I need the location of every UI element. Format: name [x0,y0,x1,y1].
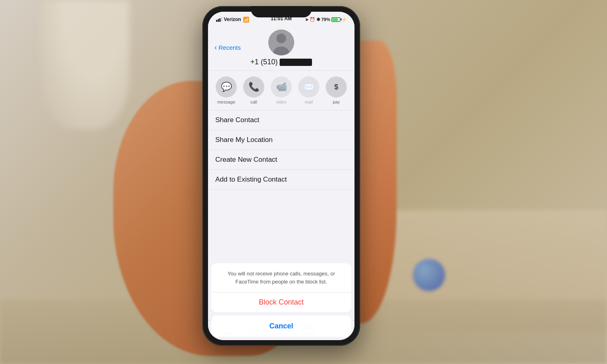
create-contact-label: Create New Contact [215,156,277,163]
avatar-svg [268,30,294,55]
back-chevron-icon: ‹ [214,43,217,52]
alert-overlay: You will not receive phone calls, messag… [208,263,354,340]
block-contact-label: Block Contact [259,298,304,306]
video-label: video [276,99,287,104]
message-icon: 💬 [216,76,237,97]
back-label: Recents [219,44,241,51]
pay-label: pay [333,99,340,104]
avatar [268,30,294,55]
svg-point-1 [276,34,286,43]
signal-bar-1 [216,20,217,22]
phone-screen: Verizon 📶 11:01 AM ➤ ⏰ ✱ 79% ⚡ [208,12,354,340]
signal-bar-4 [221,17,222,22]
block-contact-button[interactable]: Block Contact [211,292,351,312]
create-contact-item[interactable]: Create New Contact [208,150,354,170]
action-buttons-row: 💬 message 📞 call 📹 video ✉️ mail $ [208,71,354,110]
call-icon: 📞 [243,76,264,97]
location-icon: ➤ [305,17,308,22]
battery-percent: 79% [321,17,330,22]
bg-ball [413,259,445,291]
pay-button[interactable]: $ pay [326,76,347,104]
add-existing-label: Add to Existing Contact [215,176,287,183]
call-button[interactable]: 📞 call [243,76,264,104]
video-button[interactable]: 📹 video [271,76,292,104]
wifi-icon: 📶 [243,17,249,23]
share-location-label: Share My Location [215,136,273,144]
charging-icon: ⚡ [342,17,346,22]
message-button[interactable]: 💬 message [216,76,237,104]
share-contact-item[interactable]: Share Contact [208,110,354,130]
mail-button[interactable]: ✉️ mail [298,76,319,104]
video-icon: 📹 [271,76,292,97]
phone-redacted [280,59,312,66]
cancel-button[interactable]: Cancel [211,315,351,337]
add-existing-item[interactable]: Add to Existing Contact [208,170,354,190]
signal-bar-3 [219,18,221,22]
phone-prefix: +1 (510) [250,58,278,66]
message-label: message [217,99,236,104]
phone-number: +1 (510) [214,58,348,66]
battery-fill [332,18,338,21]
mail-label: mail [305,99,313,104]
signal-icon [216,17,222,22]
status-right: ➤ ⏰ ✱ 79% ⚡ [305,17,346,22]
phone: Verizon 📶 11:01 AM ➤ ⏰ ✱ 79% ⚡ [202,6,360,346]
bluetooth-icon: ✱ [316,17,320,22]
cancel-card: Cancel [211,315,351,337]
menu-list: Share Contact Share My Location Create N… [208,110,354,190]
back-button[interactable]: ‹ Recents [214,43,241,52]
battery-icon [331,17,340,22]
call-label: call [250,99,257,104]
phone-body: Verizon 📶 11:01 AM ➤ ⏰ ✱ 79% ⚡ [202,6,360,346]
pay-icon: $ [326,76,347,97]
notch [251,6,312,17]
alert-card: You will not receive phone calls, messag… [211,263,351,312]
cancel-label: Cancel [269,322,293,330]
share-location-item[interactable]: Share My Location [208,130,354,150]
alarm-icon: ⏰ [310,17,315,22]
alert-message: You will not receive phone calls, messag… [211,263,351,292]
share-contact-label: Share Contact [215,116,259,124]
status-left: Verizon 📶 [216,17,249,23]
carrier-label: Verizon [224,17,241,22]
mail-icon: ✉️ [298,76,319,97]
signal-bar-2 [218,19,219,22]
